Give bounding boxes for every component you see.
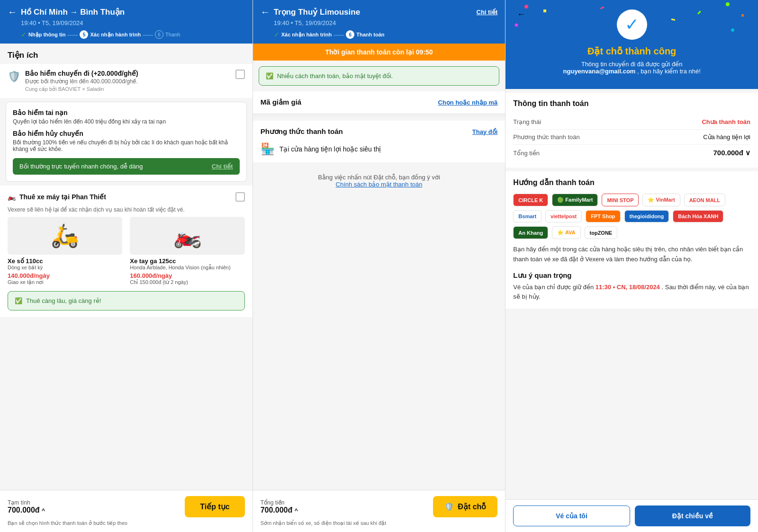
chi-tiet-link[interactable]: Chi tiết [477, 9, 498, 16]
cancel-title: Bảo hiểm hủy chuyến [13, 130, 240, 137]
info-key-status: Trạng thái [513, 118, 541, 125]
store-fpt: FPT Shop [586, 210, 620, 222]
bike-price-1: 140.000đ/ngày [8, 272, 122, 279]
p2-bottom-note: Sớm nhận biển số xe, số điện thoại tài x… [261, 520, 498, 526]
info-key-total: Tổng tiền [513, 150, 540, 157]
back-button-p3[interactable]: ← [517, 9, 525, 19]
rental-promo: ✅ Thuê càng lâu, giá càng rẻ! [8, 291, 245, 310]
bike-card-1[interactable]: 🛵 Xe số 110cc Dòng xe bất kỳ 140.000đ/ng… [8, 217, 122, 285]
bike-card-2[interactable]: 🏍️ Xe tay ga 125cc Honda Airblade, Honda… [130, 217, 244, 285]
my-ticket-button[interactable]: Vé của tôi [513, 505, 630, 526]
store-icon: 🏪 [261, 142, 275, 156]
continue-button[interactable]: Tiếp tục [185, 496, 244, 517]
store-vinmart: ⭐ VinMart [642, 194, 680, 206]
payment-method: 🏪 Tại cửa hàng tiện lợi hoặc siêu thị [261, 142, 498, 156]
step3-label: Thanh [165, 32, 180, 37]
insurance-box: Bảo hiểm tai nạn Quyền lợi bảo hiểm lên … [6, 102, 247, 182]
info-val-status: Chưa thanh toán [702, 118, 750, 125]
p2-step2-label: Thanh toán [356, 32, 384, 37]
rental-bikes: 🛵 Xe số 110cc Dòng xe bất kỳ 140.000đ/ng… [8, 217, 245, 285]
p2-total-section: Tổng tiền 700.000đ ^ [261, 499, 298, 514]
panel1-subtitle: 19:40 • T5, 19/09/2024 [21, 19, 245, 27]
payment-section: Phương thức thanh toán Thay đổi 🏪 Tại cử… [253, 121, 505, 162]
payment-method-text: Tại cửa hàng tiện lợi hoặc siêu thị [280, 145, 381, 153]
panel1-amount-text: 700.000đ [8, 506, 40, 514]
bike-name-2: Xe tay ga 125cc [130, 257, 244, 265]
insurance-checkbox[interactable] [235, 70, 245, 79]
store-an-khang: An Khang [513, 226, 548, 239]
success-desc-suffix: , bạn hãy kiểm tra nhé! [637, 68, 701, 75]
payment-header: Phương thức thanh toán Thay đổi [261, 127, 498, 136]
rental-checkbox[interactable] [235, 192, 245, 202]
rental-promo-text: Thuê càng lâu, giá càng rẻ! [26, 297, 101, 304]
note-text1: Vé của bạn chỉ được giữ đến [513, 284, 595, 291]
p2-step-divider: —— [334, 32, 344, 37]
bike-price-note-2: Chỉ 150.000đ (từ 2 ngày) [130, 279, 244, 285]
store-aeon: AEON MALL [684, 194, 725, 206]
divider-1 [253, 113, 505, 117]
insurance-provider: Cung cấp bởi BAOVIET × Saladin [25, 86, 231, 92]
success-header: ← ✓ Đặt chỗ thành công Thông tin chuyến … [505, 0, 758, 89]
info-key-method: Phương thức thanh toán [513, 133, 579, 141]
info-val-total: 700.000đ ∨ [713, 149, 750, 157]
info-row-method: Phương thức thanh toán Cửa hàng tiện lợi [513, 130, 750, 145]
store-family-mart: 🟢 FamilyMart [552, 194, 598, 206]
change-link[interactable]: Thay đổi [472, 128, 498, 135]
info-val-method: Cửa hàng tiện lợi [703, 133, 750, 141]
success-content: ← ✓ Đặt chỗ thành công Thông tin chuyến … [513, 9, 750, 75]
store-circle-k: CIRCLE K [513, 194, 548, 206]
panel1-bottom-bar: Tạm tính 700.000đ ^ Tiếp tục Bạn sẽ chọn… [0, 490, 253, 532]
insurance-name: Bảo hiểm chuyến đi (+20.000đ/ghế) [25, 70, 231, 77]
important-note-text: Vé của bạn chỉ được giữ đến 11:30 • CN, … [513, 283, 750, 302]
info-row-total: Tổng tiền 700.000đ ∨ [513, 145, 750, 161]
dat-cho-button[interactable]: 🛡️ Đặt chỗ [433, 496, 497, 517]
panel1-steps: ✓ Nhập thông tin —— 5 Xác nhận hành trìn… [21, 30, 245, 39]
bike-img-2: 🏍️ [130, 217, 244, 255]
store-tgdd: thegioididong [624, 210, 669, 222]
panel1-total-section: Tạm tính 700.000đ ^ [8, 499, 45, 514]
panel1-bottom-row: Tạm tính 700.000đ ^ Tiếp tục [8, 496, 245, 517]
note-time: 11:30 • CN, 18/08/2024 [596, 284, 660, 291]
store-bach-hoa: Bách Hóa XANH [673, 210, 723, 222]
bike-model-1: Dòng xe bất kỳ [8, 265, 122, 271]
payment-info-section: Thông tin thanh toán Trạng thái Chưa tha… [505, 93, 758, 168]
security-banner: ✅ Nhiều cách thanh toán, bảo mật tuyệt đ… [259, 66, 500, 86]
insurance-desc: Được bồi thường lên đến 400.000.000đ/ghế… [25, 78, 231, 85]
success-desc: Thông tin chuyến đi đã được gửi đến nguy… [513, 61, 750, 75]
bike-delivery-1: Giao xe tận nơi [8, 279, 122, 285]
accident-title: Bảo hiểm tai nạn [13, 109, 240, 116]
step-divider1: —— [67, 32, 78, 37]
bike-icon-1: 🛵 [51, 222, 79, 249]
step2-label: Xác nhận hành trình [90, 32, 141, 38]
step-divider2: —— [143, 32, 153, 37]
book-return-button[interactable]: Đặt chiều về [635, 505, 750, 526]
panel2-title: Trọng Thuỷ Limousine [274, 7, 360, 17]
agree-text: Bằng việc nhấn nút Đặt chỗ, bạn đồng ý v… [253, 174, 505, 188]
p2-step1-label: Xác nhận hành trình [281, 32, 332, 38]
panel-1: ← Hồ Chí Minh → Bình Thuận 19:40 • T5, 1… [0, 0, 253, 532]
bike-model-2: Honda Airblade, Honda Vision (ngẫu nhiên… [130, 265, 244, 271]
panel2-bottom-bar: Tổng tiền 700.000đ ^ 🛡️ Đặt chỗ Sớm nhận… [253, 490, 505, 532]
discount-link[interactable]: Chọn hoặc nhập mã [438, 99, 498, 106]
policy-link[interactable]: Chính sách bảo mật thanh toán [336, 181, 423, 188]
insurance-footer-text: Bồi thường trực tuyến nhanh chóng, dễ dà… [19, 163, 143, 170]
benefits-title: Tiện ích [0, 44, 253, 64]
agree-prefix: Bằng việc nhấn nút Đặt chỗ, bạn đồng ý v… [318, 174, 440, 181]
panel1-header: ← Hồ Chí Minh → Bình Thuận 19:40 • T5, 1… [0, 0, 253, 44]
discount-row: Mã giảm giá Chọn hoặc nhập mã [253, 91, 505, 113]
p2-amount-icon: ^ [295, 507, 298, 514]
panel2-header: ← Trọng Thuỷ Limousine Chi tiết 19:40 • … [253, 0, 505, 44]
back-button-p2[interactable]: ← [261, 7, 270, 18]
dat-cho-icon: 🛡️ [444, 502, 454, 511]
discount-label: Mã giảm giá [261, 98, 302, 106]
back-button-p1[interactable]: ← [8, 7, 17, 18]
success-check-circle: ✓ [617, 9, 647, 40]
timer-bar: Thời gian thanh toán còn lại 09:50 [253, 44, 505, 61]
store-topzone: topZONE [585, 226, 618, 239]
insurance-text: Bảo hiểm chuyến đi (+20.000đ/ghế) Được b… [25, 70, 231, 92]
payment-info-title: Thông tin thanh toán [513, 99, 750, 108]
motorcycle-icon: 🏍️ [8, 193, 16, 201]
insurance-detail-link[interactable]: Chi tiết [212, 163, 233, 170]
p2-step1-check: ✓ [274, 31, 280, 38]
panel2-subtitle: 19:40 • T5, 19/09/2024 [274, 19, 498, 27]
